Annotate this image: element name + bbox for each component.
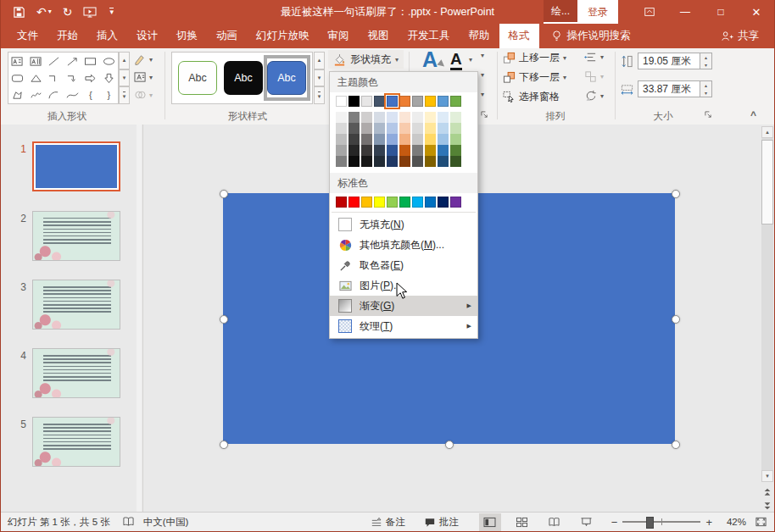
- color-swatch[interactable]: [387, 134, 398, 145]
- color-swatch[interactable]: [361, 197, 372, 208]
- edit-shape-button[interactable]: ▾: [134, 52, 153, 67]
- color-swatch[interactable]: [399, 197, 410, 208]
- shape-height-input[interactable]: 19.05 厘米: [638, 53, 700, 69]
- zoom-in-button[interactable]: +: [705, 516, 712, 529]
- color-swatch[interactable]: [425, 156, 436, 167]
- selection-pane-button[interactable]: 选择窗格: [503, 90, 560, 104]
- gallery-more-button[interactable]: ▾: [119, 86, 130, 104]
- slide-thumbnail-4[interactable]: [32, 348, 120, 398]
- color-swatch[interactable]: [425, 112, 436, 123]
- color-swatch[interactable]: [399, 123, 410, 134]
- share-button[interactable]: 共享: [721, 24, 759, 48]
- color-swatch[interactable]: [361, 96, 372, 107]
- color-swatch[interactable]: [412, 123, 423, 134]
- shape-elbow-connector-icon[interactable]: [45, 69, 64, 86]
- color-swatch[interactable]: [450, 197, 461, 208]
- text-box-button[interactable]: ▾: [134, 69, 153, 85]
- tab-transitions[interactable]: 切换: [167, 24, 207, 48]
- slideshow-view-button[interactable]: [576, 513, 598, 531]
- tab-slideshow[interactable]: 幻灯片放映: [247, 24, 319, 48]
- color-swatch[interactable]: [438, 96, 449, 107]
- zoom-slider[interactable]: [622, 521, 700, 523]
- zoom-level[interactable]: 42%: [721, 517, 746, 527]
- shape-line-icon[interactable]: [45, 53, 64, 69]
- color-swatch[interactable]: [336, 112, 347, 123]
- zoom-out-button[interactable]: −: [611, 516, 618, 529]
- undo-dropdown-arrow[interactable]: ▾: [48, 8, 52, 15]
- color-swatch[interactable]: [387, 145, 398, 156]
- tab-view[interactable]: 视图: [359, 24, 399, 48]
- shape-rounded-rectangle-icon[interactable]: [8, 69, 27, 86]
- shape-width-input[interactable]: 33.87 厘米: [638, 80, 700, 97]
- resize-handle-bottom-right[interactable]: [672, 441, 680, 449]
- color-swatch[interactable]: [412, 134, 423, 145]
- styles-scroll-up[interactable]: ▴: [314, 52, 325, 69]
- merge-shapes-button[interactable]: ▾: [134, 87, 153, 103]
- menu-item-no-fill[interactable]: 无填充(N): [330, 214, 477, 235]
- scroll-down-button[interactable]: ▾: [761, 470, 773, 482]
- color-swatch[interactable]: [438, 112, 449, 123]
- gallery-scroll-down[interactable]: ▾: [119, 69, 130, 87]
- shape-triangle-icon[interactable]: [27, 69, 46, 86]
- comments-button[interactable]: 批注: [424, 516, 459, 529]
- menu-item-texture[interactable]: 纹理(T) ▶: [330, 316, 477, 336]
- color-swatch[interactable]: [399, 156, 410, 167]
- color-swatch[interactable]: [438, 145, 449, 156]
- shape-block-arrow-down-icon[interactable]: [100, 69, 119, 86]
- color-swatch[interactable]: [361, 134, 372, 145]
- slide-indicator[interactable]: 幻灯片 第 1 张，共 5 张: [8, 516, 110, 529]
- reading-view-button[interactable]: [544, 513, 566, 531]
- start-slideshow-button[interactable]: [83, 6, 97, 18]
- shape-elbow-arrow-connector-icon[interactable]: [64, 69, 82, 86]
- color-swatch[interactable]: [425, 197, 436, 208]
- scroll-up-button[interactable]: ▴: [761, 126, 773, 138]
- size-dialog-launcher[interactable]: [705, 111, 712, 120]
- tab-animations[interactable]: 动画: [207, 24, 247, 48]
- shape-fill-button[interactable]: 形状填充 ▾: [328, 50, 404, 69]
- color-swatch[interactable]: [438, 156, 449, 167]
- zoom-slider-thumb[interactable]: [646, 517, 654, 529]
- shape-block-arrow-right-icon[interactable]: [81, 69, 100, 86]
- wordart-dialog-launcher[interactable]: [481, 111, 488, 120]
- shape-oval-icon[interactable]: [100, 53, 119, 69]
- tab-developer[interactable]: 开发工具: [399, 24, 460, 48]
- language-indicator[interactable]: 中文(中国): [143, 516, 189, 529]
- color-swatch[interactable]: [412, 96, 423, 107]
- color-swatch[interactable]: [348, 112, 360, 123]
- tab-review[interactable]: 审阅: [319, 24, 359, 48]
- color-swatch[interactable]: [336, 96, 347, 107]
- shape-textbox-horizontal-icon[interactable]: [8, 53, 27, 69]
- shape-left-brace-icon[interactable]: {: [81, 86, 100, 103]
- spell-check-button[interactable]: [122, 516, 135, 528]
- color-swatch[interactable]: [387, 156, 398, 167]
- color-swatch[interactable]: [374, 197, 385, 208]
- slide-thumbnail-5[interactable]: [32, 417, 120, 467]
- color-swatch[interactable]: [336, 156, 347, 167]
- wordart-scroll-down[interactable]: ▾: [481, 71, 484, 79]
- color-swatch[interactable]: [387, 112, 398, 123]
- undo-button[interactable]: ↶▾: [36, 6, 52, 18]
- color-swatch[interactable]: [336, 197, 347, 208]
- save-button[interactable]: [13, 6, 25, 19]
- color-swatch[interactable]: [399, 134, 410, 145]
- menu-item-eyedropper[interactable]: 取色器(E): [330, 255, 477, 275]
- color-swatch[interactable]: [361, 156, 372, 167]
- color-swatch[interactable]: [361, 123, 372, 134]
- color-swatch[interactable]: [374, 96, 385, 107]
- tab-design[interactable]: 设计: [127, 24, 167, 48]
- close-button[interactable]: ✕: [739, 0, 774, 24]
- color-swatch[interactable]: [450, 134, 461, 145]
- resize-handle-middle-left[interactable]: [220, 315, 228, 324]
- wordart-scroll-up[interactable]: ▾: [481, 52, 484, 59]
- customize-qat-button[interactable]: ▾: [108, 8, 114, 16]
- maximize-button[interactable]: □: [703, 0, 739, 24]
- color-swatch[interactable]: [374, 145, 385, 156]
- color-swatch[interactable]: [361, 112, 372, 123]
- text-fill-button[interactable]: A: [450, 51, 462, 70]
- color-swatch[interactable]: [412, 197, 423, 208]
- panel-scrollbar[interactable]: [137, 125, 142, 512]
- color-swatch[interactable]: [348, 134, 360, 145]
- menu-item-more-fill-colors[interactable]: 其他填充颜色(M)...: [330, 235, 477, 255]
- color-swatch[interactable]: [438, 123, 449, 134]
- color-swatch[interactable]: [399, 96, 410, 107]
